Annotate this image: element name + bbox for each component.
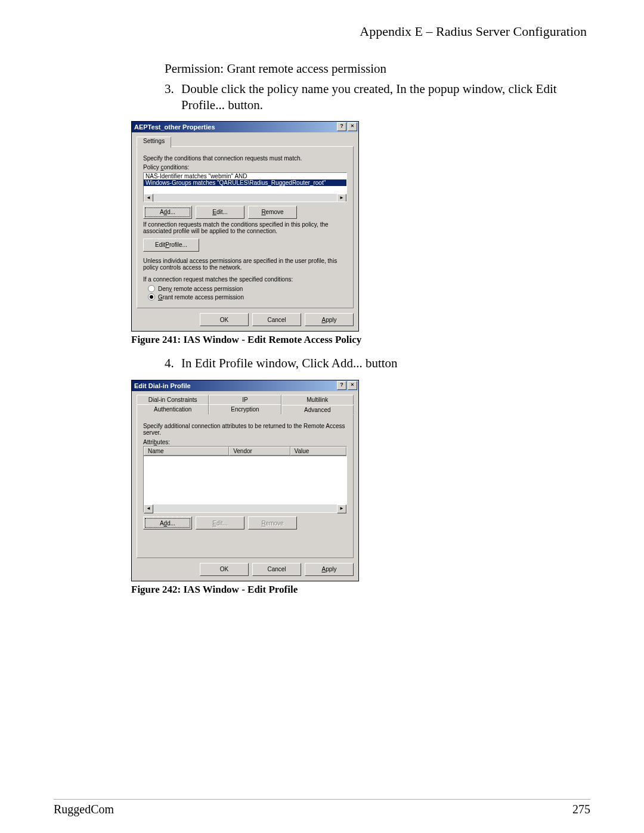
- tab-ip[interactable]: IP: [209, 395, 281, 404]
- help-icon[interactable]: ?: [337, 381, 346, 390]
- step-3-number: 3.: [165, 81, 181, 97]
- if-text: If a connection request matches the spec…: [143, 276, 347, 283]
- remove-button[interactable]: Remove: [248, 206, 297, 219]
- apply-button[interactable]: Apply: [305, 313, 354, 326]
- edit-button: Edit...: [196, 516, 244, 529]
- deny-radio[interactable]: Deny remote access permission: [148, 285, 347, 292]
- conditions-listbox[interactable]: NAS-Identifier matches "webmin" AND Wind…: [143, 172, 347, 202]
- radio-icon: [148, 285, 155, 292]
- edit-profile-button[interactable]: Edit Profile...: [143, 239, 199, 252]
- window-title: Edit Dial-in Profile: [134, 382, 337, 389]
- policy-conditions-label: Policy conditions:: [143, 164, 189, 171]
- tab-dialin-constraints[interactable]: Dial-in Constraints: [137, 395, 209, 404]
- radio-icon: [148, 293, 155, 301]
- ok-button[interactable]: OK: [200, 313, 249, 326]
- cancel-button[interactable]: Cancel: [252, 563, 301, 576]
- condition-row-selected[interactable]: Windows-Groups matches "QARULES\Radius_R…: [144, 179, 346, 186]
- step-4-number: 4.: [165, 355, 181, 371]
- scroll-right-icon[interactable]: ►: [337, 194, 346, 202]
- add-button[interactable]: Add...: [143, 206, 192, 219]
- spec-text: Specify additional connection attributes…: [143, 423, 347, 436]
- figure-242-caption: Figure 242: IAS Window - Edit Profile: [131, 584, 590, 596]
- tab-multilink[interactable]: Multilink: [281, 395, 354, 404]
- ok-button[interactable]: OK: [200, 563, 249, 576]
- col-name[interactable]: Name: [144, 447, 229, 456]
- h-scrollbar[interactable]: ◄ ►: [144, 504, 346, 512]
- edit-profile-dialog: Edit Dial-in Profile ? × Dial-in Constra…: [131, 380, 359, 581]
- edit-button[interactable]: Edit...: [196, 206, 244, 219]
- help-icon[interactable]: ?: [337, 122, 346, 131]
- close-icon[interactable]: ×: [348, 381, 357, 390]
- tab-settings[interactable]: Settings: [137, 137, 171, 148]
- tab-encryption[interactable]: Encryption: [209, 404, 281, 414]
- unless-text: Unless individual access permissions are…: [143, 258, 347, 271]
- window-title: AEPTest_other Properties: [134, 123, 337, 131]
- figure-241-caption: Figure 241: IAS Window - Edit Remote Acc…: [131, 334, 590, 346]
- cancel-button[interactable]: Cancel: [252, 313, 301, 326]
- tab-row-1: Dial-in Constraints IP Multilink: [137, 395, 354, 404]
- condition-row[interactable]: NAS-Identifier matches "webmin" AND: [144, 173, 346, 179]
- titlebar[interactable]: Edit Dial-in Profile ? ×: [132, 380, 358, 391]
- tab-row-2: Authentication Encryption Advanced: [137, 404, 354, 414]
- match-text: If connection requests match the conditi…: [143, 221, 347, 235]
- titlebar[interactable]: AEPTest_other Properties ? ×: [132, 122, 358, 132]
- attributes-label: Attributes:: [143, 439, 170, 445]
- remove-button: Remove: [248, 516, 297, 529]
- grant-label: Grant remote access permission: [158, 294, 244, 301]
- col-vendor[interactable]: Vendor: [229, 447, 290, 456]
- permission-line: Permission: Grant remote access permissi…: [165, 61, 590, 76]
- footer-rule: [54, 799, 590, 800]
- tab-advanced[interactable]: Advanced: [281, 405, 354, 415]
- apply-button[interactable]: Apply: [305, 563, 354, 576]
- scroll-right-icon[interactable]: ►: [337, 504, 346, 513]
- footer-brand: RuggedCom: [54, 803, 114, 816]
- step-4-text: In Edit Profile window, Click Add... but…: [181, 355, 590, 371]
- close-icon[interactable]: ×: [348, 122, 357, 131]
- step-3-text: Double click the policy name you created…: [181, 81, 590, 113]
- scroll-left-icon[interactable]: ◄: [144, 504, 153, 513]
- spec-text: Specify the conditions that connection r…: [143, 155, 347, 162]
- attributes-listview[interactable]: Name Vendor Value ◄ ►: [143, 446, 347, 513]
- grant-radio[interactable]: Grant remote access permission: [148, 293, 347, 301]
- deny-label: Deny remote access permission: [158, 286, 243, 292]
- tab-authentication[interactable]: Authentication: [137, 404, 209, 414]
- properties-dialog: AEPTest_other Properties ? × Settings Sp…: [131, 121, 359, 332]
- scroll-left-icon[interactable]: ◄: [144, 194, 153, 202]
- page-header: Appendix E – Radius Server Configuration: [54, 24, 590, 39]
- footer-page-number: 275: [572, 803, 590, 816]
- add-button[interactable]: Add...: [143, 516, 192, 529]
- h-scrollbar[interactable]: ◄ ►: [144, 194, 346, 202]
- col-value[interactable]: Value: [290, 447, 346, 456]
